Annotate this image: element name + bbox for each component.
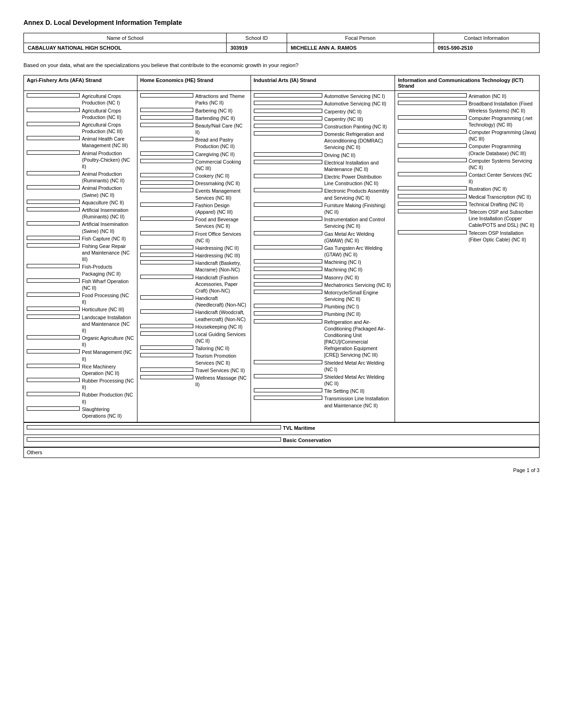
checkbox-icon[interactable] <box>140 115 193 120</box>
list-item: Handicraft (Woodcraft, Leathercraft) (No… <box>140 309 248 322</box>
checkbox-icon[interactable] <box>140 260 193 264</box>
checkbox-icon[interactable] <box>254 275 322 279</box>
checkbox-icon[interactable] <box>27 392 80 396</box>
checkbox-icon[interactable] <box>140 180 193 185</box>
checkbox-icon[interactable] <box>254 93 322 98</box>
checkbox-icon[interactable] <box>140 137 193 141</box>
checkbox-icon[interactable] <box>140 375 193 379</box>
list-item: Masonry (NC II) <box>254 274 392 281</box>
checkbox-icon[interactable] <box>254 388 322 392</box>
checkbox-icon[interactable] <box>398 115 466 120</box>
checkbox-icon[interactable] <box>27 150 80 155</box>
checkbox-icon[interactable] <box>140 245 193 249</box>
checkbox-icon[interactable] <box>254 374 322 378</box>
checkbox-icon[interactable] <box>254 282 322 286</box>
checkbox-icon[interactable] <box>140 295 193 300</box>
checkbox-icon[interactable] <box>254 101 322 105</box>
checkbox-icon[interactable] <box>254 109 322 113</box>
checkbox-icon[interactable] <box>140 368 193 372</box>
checkbox-icon[interactable] <box>140 159 193 163</box>
checkbox-icon[interactable] <box>254 174 322 178</box>
item-label: Rubber Production (NC II) <box>82 391 134 405</box>
checkbox-icon[interactable] <box>254 124 322 128</box>
checkbox-icon[interactable] <box>398 172 466 176</box>
checkbox-icon[interactable] <box>398 143 466 148</box>
checkbox-icon[interactable] <box>27 264 80 268</box>
checkbox-icon[interactable] <box>140 203 193 207</box>
checkbox-icon[interactable] <box>140 173 193 177</box>
checkbox-icon[interactable] <box>398 202 466 206</box>
checkbox-icon[interactable] <box>27 278 80 283</box>
checkbox-icon[interactable] <box>27 378 80 382</box>
checkbox-icon[interactable] <box>254 311 322 315</box>
checkbox-icon[interactable] <box>398 230 466 234</box>
checkbox-icon[interactable] <box>398 194 466 198</box>
item-label: Hairdressing (NC III) <box>195 252 247 259</box>
item-label: Fashion Design (Apparel) (NC III) <box>195 202 247 215</box>
item-label: Illustration (NC II) <box>469 186 536 192</box>
checkbox-icon[interactable] <box>27 108 80 112</box>
item-label: Computer Programming (Java) (NC III) <box>469 129 536 142</box>
checkbox-icon[interactable] <box>398 186 466 190</box>
checkbox-icon[interactable] <box>140 275 193 279</box>
checkbox-icon[interactable] <box>27 335 80 339</box>
checkbox-icon[interactable] <box>140 93 193 98</box>
checkbox-icon[interactable] <box>27 406 80 411</box>
checkbox-icon[interactable] <box>140 151 193 156</box>
checkbox-icon[interactable] <box>140 331 193 336</box>
checkbox-icon[interactable] <box>27 171 80 175</box>
checkbox-icon[interactable] <box>254 131 322 135</box>
checkbox-icon[interactable] <box>398 158 466 162</box>
list-item: Animal Production (Poultry-Chicken) (NC … <box>27 150 134 170</box>
checkbox-icon[interactable] <box>254 203 322 207</box>
checkbox-icon[interactable] <box>140 253 193 257</box>
checkbox-icon[interactable] <box>398 209 466 213</box>
checkbox-icon[interactable] <box>254 290 322 294</box>
checkbox-icon[interactable] <box>254 245 322 249</box>
checkbox-icon[interactable] <box>27 136 80 140</box>
checkbox-icon[interactable] <box>254 396 322 400</box>
list-item: Shielded Metal Arc Welding (NC I) <box>254 360 392 373</box>
checkbox-icon[interactable] <box>254 231 322 235</box>
checkbox-icon[interactable] <box>254 188 322 192</box>
checkbox-icon[interactable] <box>27 207 80 211</box>
checkbox-icon[interactable] <box>254 116 322 120</box>
checkbox-icon[interactable] <box>27 221 80 225</box>
checkbox-icon[interactable] <box>27 236 80 240</box>
checkbox-icon[interactable] <box>254 160 322 164</box>
checkbox-icon[interactable] <box>27 364 80 368</box>
checkbox-icon[interactable] <box>140 309 193 314</box>
checkbox-icon[interactable] <box>27 185 80 189</box>
checkbox-icon[interactable] <box>27 200 80 204</box>
checkbox-icon[interactable] <box>140 353 193 357</box>
list-item: Aquaculture (NC II) <box>27 199 134 206</box>
list-item: Fish Capture (NC II) <box>27 235 134 242</box>
checkbox-icon[interactable] <box>27 293 80 297</box>
checkbox-icon[interactable] <box>398 93 466 98</box>
checkbox-icon[interactable] <box>254 304 322 308</box>
checkbox-icon[interactable] <box>140 231 193 235</box>
checkbox-icon[interactable] <box>398 101 466 105</box>
checkbox-icon[interactable] <box>27 93 80 98</box>
list-item: Organic Agriculture (NC II) <box>27 335 134 348</box>
checkbox-icon[interactable] <box>140 123 193 127</box>
checkbox-icon[interactable] <box>254 267 322 271</box>
checkbox-icon[interactable] <box>27 243 80 248</box>
checkbox-icon[interactable] <box>254 152 322 157</box>
checkbox-icon[interactable] <box>254 217 322 221</box>
checkbox-icon[interactable] <box>140 345 193 350</box>
checkbox-icon[interactable] <box>27 349 80 353</box>
checkbox-icon[interactable] <box>398 129 466 134</box>
checkbox-icon[interactable] <box>140 324 193 328</box>
checkbox-icon[interactable] <box>254 259 322 263</box>
checkbox-icon[interactable] <box>140 217 193 221</box>
checkbox-icon[interactable] <box>254 319 322 323</box>
checkbox-icon[interactable] <box>254 360 322 364</box>
checkbox-icon[interactable] <box>140 188 193 192</box>
item-label: Fish Wharf Operation (NC II) <box>82 278 134 291</box>
checkbox-icon[interactable] <box>27 315 80 319</box>
checkbox-icon[interactable] <box>27 122 80 126</box>
checkbox-icon[interactable] <box>140 108 193 112</box>
checkbox-icon[interactable] <box>27 307 80 311</box>
list-item: Barbering (NC II) <box>140 107 248 114</box>
